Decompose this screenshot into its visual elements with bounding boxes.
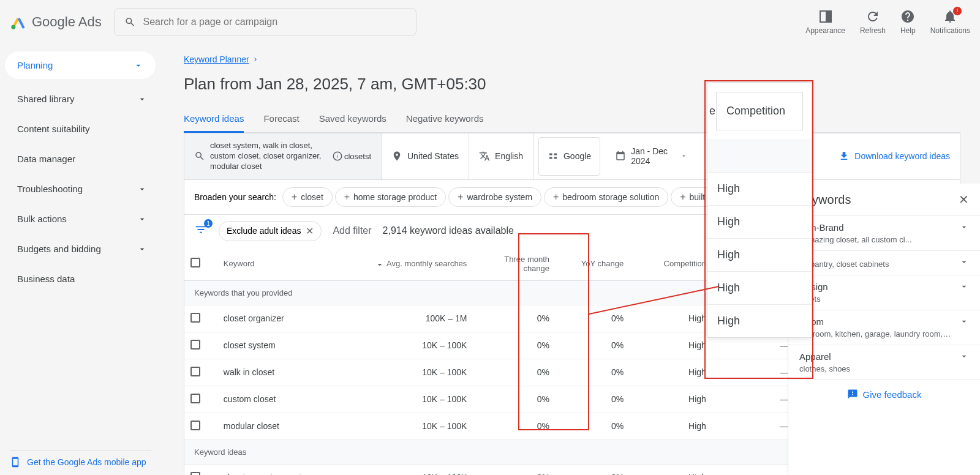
sidebar-item-data-manager[interactable]: Data manager (5, 144, 159, 174)
row-checkbox[interactable] (190, 340, 200, 350)
row-checkbox[interactable] (190, 313, 200, 323)
add-filter[interactable]: Add filter (333, 225, 371, 236)
zoom-row: High (707, 238, 812, 271)
appearance-button[interactable]: Appearance (805, 9, 845, 35)
download-icon (839, 151, 850, 162)
col-three-month[interactable]: Three month change (473, 247, 556, 281)
close-icon[interactable]: ✕ (959, 192, 969, 207)
filters-row: closet system, walk in closet, custom cl… (184, 133, 960, 180)
row-checkbox[interactable] (190, 367, 200, 376)
col-keyword[interactable]: Keyword (217, 247, 358, 281)
row-checkbox[interactable] (190, 421, 200, 430)
row-checkbox[interactable] (190, 394, 200, 403)
tab-negative-keywords[interactable]: Negative keywords (406, 106, 484, 132)
refresh-button[interactable]: Refresh (860, 9, 886, 35)
search-icon (194, 151, 205, 162)
svg-rect-5 (554, 154, 557, 155)
filter-network[interactable]: Google (538, 137, 600, 176)
broaden-chip[interactable]: +closet (282, 187, 333, 207)
network-icon (548, 151, 559, 162)
feedback-icon (847, 389, 858, 400)
sidebar-item-planning[interactable]: Planning (5, 51, 156, 79)
select-all-checkbox[interactable] (190, 258, 200, 267)
mobile-icon (10, 457, 21, 468)
refine-section[interactable]: Apparelclothes, shoes (788, 345, 980, 380)
refine-section[interactable]: et, pantry, closet cabinets (788, 250, 980, 275)
search-icon (124, 16, 136, 28)
svg-rect-1 (826, 11, 831, 22)
global-search[interactable] (114, 8, 417, 36)
notification-badge: ! (953, 7, 962, 15)
broaden-chip[interactable]: +bedroom storage solution (544, 187, 668, 207)
download-keyword-ideas[interactable]: Download keyword ideas (829, 133, 960, 179)
help-button[interactable]: Help (900, 9, 916, 35)
page-title: Plan from Jan 28, 2025, 7 am, GMT+05:30 (184, 75, 960, 94)
svg-rect-4 (549, 154, 552, 155)
notifications-button[interactable]: ! Notifications (930, 9, 970, 35)
tab-forecast[interactable]: Forecast (263, 106, 299, 132)
col-competition[interactable]: Competition (630, 247, 712, 281)
col-searches[interactable]: Avg. monthly searches (358, 247, 473, 281)
tab-keyword-ideas[interactable]: Keyword ideas (184, 106, 244, 133)
filter-funnel[interactable]: 1 (194, 223, 208, 239)
filter-language[interactable]: English (469, 133, 533, 179)
sidebar-item-troubleshooting[interactable]: Troubleshooting (5, 174, 159, 204)
sidebar-item-business-data[interactable]: Business data (5, 264, 159, 294)
filter-chip-exclude-adult[interactable]: Exclude adult ideas ✕ (219, 221, 322, 241)
broaden-label: Broaden your search: (194, 192, 276, 202)
zoom-header: eCompetition (716, 92, 803, 130)
zoom-row: High (707, 304, 812, 337)
chevron-down-icon (134, 61, 143, 70)
location-icon (391, 151, 402, 162)
broaden-chip[interactable]: +home storage product (335, 187, 447, 207)
breadcrumb[interactable]: Keyword Planner (184, 54, 259, 64)
zoom-row: High (707, 205, 812, 238)
row-checkbox[interactable] (190, 472, 200, 475)
refine-section[interactable]: Non-Brand, amazing closet, all custom cl… (788, 215, 980, 250)
svg-rect-6 (549, 157, 552, 159)
svg-point-0 (11, 25, 15, 29)
chevron-down-icon (959, 257, 969, 267)
svg-text:i: i (337, 153, 338, 159)
zoom-row: High (707, 271, 812, 304)
chevron-down-icon (680, 151, 687, 161)
sidebar-item-bulk-actions[interactable]: Bulk actions (5, 204, 159, 234)
chevron-down-icon (137, 244, 147, 254)
chevron-down-icon (959, 222, 969, 232)
chevron-right-icon (252, 56, 259, 63)
filter-location[interactable]: United States (382, 133, 469, 179)
sidebar: Planning Shared libraryContent suitabili… (0, 44, 164, 475)
refresh-icon (865, 9, 880, 24)
refine-section[interactable]: Designbinets (788, 275, 980, 310)
chevron-down-icon (959, 316, 969, 326)
broaden-chip[interactable]: +wardrobe system (448, 187, 541, 207)
tab-saved-keywords[interactable]: Saved keywords (319, 106, 386, 132)
col-yoy[interactable]: YoY change (556, 247, 630, 281)
top-header: Google Ads Appearance Refresh Help ! Not… (0, 0, 980, 44)
filter-keywords[interactable]: closet system, walk in closet, custom cl… (184, 133, 382, 179)
give-feedback[interactable]: Give feedback (788, 380, 980, 408)
logo[interactable]: Google Ads (10, 13, 102, 31)
sidebar-item-shared-library[interactable]: Shared library (5, 84, 159, 114)
help-icon (900, 9, 915, 24)
filter-date[interactable]: Jan - Dec 2024 (605, 133, 697, 179)
appearance-icon (818, 9, 833, 24)
info-icon: i (332, 151, 343, 162)
google-ads-logo-icon (10, 13, 27, 31)
chevron-down-icon (137, 214, 147, 224)
chevron-down-icon (137, 94, 147, 104)
sidebar-item-content-suitability[interactable]: Content suitability (5, 114, 159, 144)
top-actions: Appearance Refresh Help ! Notifications (805, 9, 970, 35)
refine-section[interactable]: Roombedroom, kitchen, garage, laundry ro… (788, 310, 980, 345)
sort-down-icon (375, 260, 384, 268)
ideas-count: 2,914 keyword ideas available (383, 225, 514, 236)
refine-panel: keywords ✕ Non-Brand, amazing closet, al… (788, 184, 980, 475)
sidebar-item-budgets-and-bidding[interactable]: Budgets and bidding (5, 234, 159, 264)
chevron-down-icon (959, 351, 969, 361)
svg-rect-7 (554, 157, 557, 159)
close-icon[interactable]: ✕ (306, 225, 314, 237)
search-input[interactable] (143, 17, 405, 28)
tabs: Keyword ideas Forecast Saved keywords Ne… (184, 106, 960, 133)
mobile-app-link[interactable]: Get the Google Ads mobile app (10, 457, 146, 468)
zoom-row: High (707, 172, 812, 205)
